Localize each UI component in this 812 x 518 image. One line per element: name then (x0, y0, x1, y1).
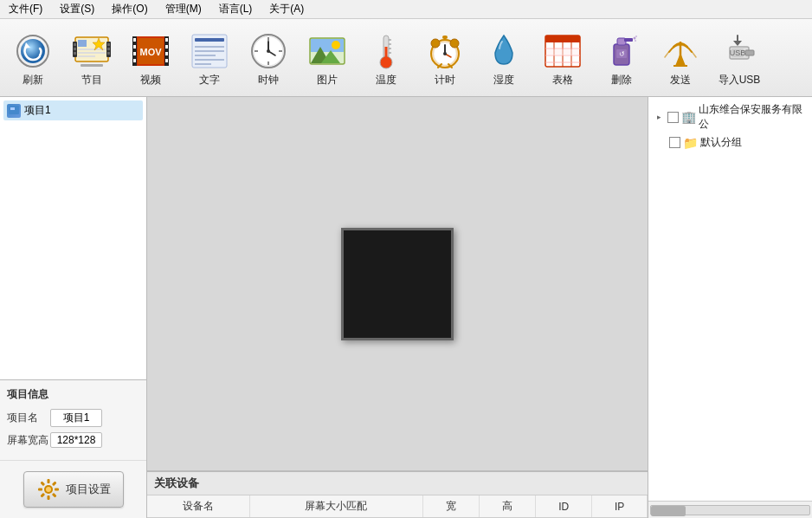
refresh-icon (12, 30, 54, 72)
svg-rect-12 (74, 52, 76, 55)
tree-root[interactable]: ▸ 🏢 山东维合保安服务有限公 (652, 100, 809, 133)
right-panel: ▸ 🏢 山东维合保安服务有限公 📁 默认分组 (648, 97, 812, 518)
svg-rect-102 (51, 493, 56, 498)
project-item[interactable]: 项目1 (3, 100, 143, 120)
col-ip: IP (592, 495, 648, 518)
group-icon: 📁 (683, 136, 698, 150)
col-height: 高 (479, 495, 535, 518)
col-screen-match: 屏幕大小匹配 (249, 495, 422, 518)
humid-icon (483, 30, 525, 72)
menu-language[interactable]: 语言(L) (214, 0, 258, 18)
project-info: 项目信息 项目名 项目1 屏幕宽高 128*128 (0, 380, 146, 461)
video-icon: MOV (130, 30, 171, 72)
svg-rect-101 (55, 489, 59, 491)
svg-rect-6 (78, 52, 106, 54)
svg-rect-14 (107, 43, 110, 46)
tree-group-checkbox[interactable] (669, 137, 680, 148)
toolbar-clock[interactable]: 时钟 (241, 24, 296, 92)
svg-rect-10 (74, 43, 76, 46)
usb-icon: USB (719, 30, 760, 72)
screen-size-value: 128*128 (50, 432, 102, 448)
project-list[interactable]: 项目1 (0, 97, 146, 380)
svg-rect-24 (133, 59, 136, 62)
svg-rect-22 (133, 45, 136, 49)
toolbar-picture[interactable]: 图片 (300, 24, 355, 92)
screen-size-row: 屏幕宽高 128*128 (7, 432, 139, 448)
project-info-title: 项目信息 (7, 387, 139, 402)
svg-point-81 (634, 37, 636, 40)
svg-rect-21 (133, 38, 136, 42)
svg-rect-17 (81, 64, 103, 67)
send-icon (660, 30, 701, 72)
toolbar-timer[interactable]: 计时 (417, 24, 473, 92)
program-icon (71, 30, 113, 72)
toolbar-import-usb[interactable]: USB 导入USB (712, 24, 767, 92)
device-tree[interactable]: ▸ 🏢 山东维合保安服务有限公 📁 默认分组 (648, 97, 812, 501)
picture-label: 图片 (317, 74, 338, 86)
svg-point-83 (635, 40, 636, 42)
col-width: 宽 (422, 495, 479, 518)
timer-icon (424, 30, 466, 72)
delete-label: 删除 (611, 74, 632, 86)
svg-rect-32 (195, 38, 224, 42)
menu-manage[interactable]: 管理(M) (160, 0, 207, 18)
svg-text:USB: USB (730, 49, 746, 57)
svg-rect-23 (133, 52, 136, 55)
menu-operation[interactable]: 操作(O) (106, 0, 152, 18)
toolbar-table[interactable]: 表格 (535, 24, 590, 92)
tree-root-checkbox[interactable] (667, 112, 679, 123)
col-device-name: 设备名 (147, 495, 249, 518)
right-scrollbar[interactable] (648, 501, 812, 518)
svg-rect-54 (385, 47, 388, 59)
tree-group[interactable]: 📁 默认分组 (652, 133, 809, 152)
center-panel: 关联设备 设备名 屏幕大小匹配 宽 高 ID IP (147, 97, 648, 518)
menu-file[interactable]: 文件(F) (3, 0, 48, 18)
svg-point-82 (635, 36, 637, 37)
svg-rect-61 (442, 36, 448, 39)
svg-marker-94 (733, 41, 742, 46)
send-label: 发送 (670, 74, 691, 86)
table-label: 表格 (552, 74, 573, 86)
devices-table: 设备名 屏幕大小匹配 宽 高 ID IP (147, 495, 648, 518)
preview-screen (341, 228, 454, 340)
scrollbar-track[interactable] (650, 505, 810, 515)
svg-point-63 (450, 39, 459, 48)
svg-rect-96 (10, 107, 15, 110)
toolbar-text[interactable]: 文字 (182, 24, 237, 92)
timer-label: 计时 (435, 74, 455, 86)
toolbar-send[interactable]: 发送 (653, 24, 708, 92)
gear-icon (36, 477, 61, 502)
picture-icon (306, 30, 348, 72)
settings-btn-area: 项目设置 (0, 461, 146, 518)
svg-rect-80 (624, 38, 633, 42)
project-settings-button[interactable]: 项目设置 (23, 471, 124, 508)
toolbar: 刷新 (0, 19, 812, 97)
svg-point-46 (267, 49, 270, 53)
svg-point-98 (46, 487, 51, 492)
company-icon: 🏢 (681, 110, 696, 124)
menubar: 文件(F) 设置(S) 操作(O) 管理(M) 语言(L) 关于(A) (0, 0, 812, 19)
menu-settings[interactable]: 设置(S) (55, 0, 100, 18)
svg-rect-25 (165, 38, 168, 42)
scrollbar-thumb[interactable] (651, 506, 686, 516)
svg-rect-11 (74, 48, 76, 50)
associated-devices: 关联设备 设备名 屏幕大小匹配 宽 高 ID IP (147, 471, 648, 518)
text-icon (189, 30, 230, 72)
toolbar-humid[interactable]: 湿度 (476, 24, 532, 92)
toolbar-temp[interactable]: 温度 (358, 24, 414, 92)
project-icon (7, 104, 21, 118)
svg-rect-104 (40, 493, 45, 498)
preview-area (147, 97, 648, 471)
humid-label: 湿度 (493, 74, 514, 86)
toolbar-delete[interactable]: ↺ 删除 (594, 24, 649, 92)
toolbar-refresh[interactable]: 刷新 (5, 24, 61, 92)
tree-collapse-icon[interactable]: ▸ (654, 111, 665, 123)
video-label: 视频 (140, 74, 161, 86)
toolbar-program[interactable]: 节目 (64, 24, 119, 92)
temp-icon (365, 30, 407, 72)
menu-about[interactable]: 关于(A) (264, 0, 309, 18)
refresh-label: 刷新 (23, 74, 43, 86)
toolbar-video[interactable]: MOV 视频 (123, 24, 178, 92)
temp-label: 温度 (376, 74, 396, 86)
project-settings-label: 项目设置 (66, 482, 111, 497)
